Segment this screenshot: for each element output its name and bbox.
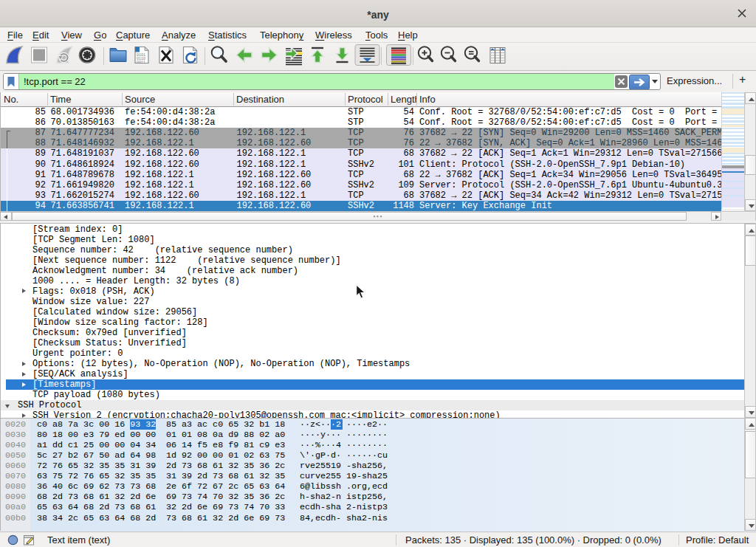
svg-text:0011: 0011 [137,61,145,65]
